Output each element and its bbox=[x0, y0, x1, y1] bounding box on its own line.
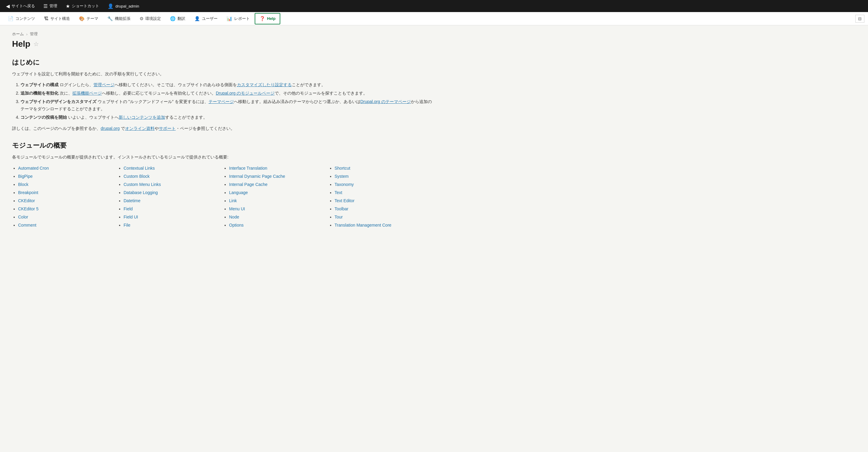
menu-icon: ☰ bbox=[43, 3, 48, 9]
module-menu-ui-link[interactable]: Menu UI bbox=[229, 206, 245, 211]
back-icon: ◀ bbox=[6, 3, 10, 9]
list-item: Automated Cron bbox=[18, 165, 112, 171]
module-ckeditor-link[interactable]: CKEditor bbox=[18, 198, 35, 203]
list-item: Datetime bbox=[124, 198, 217, 204]
module-text-link[interactable]: Text bbox=[335, 190, 342, 195]
module-custom-menu-links-link[interactable]: Custom Menu Links bbox=[124, 182, 161, 187]
nav-site-structure[interactable]: 🏗 サイト構造 bbox=[40, 13, 74, 24]
customize-link[interactable]: カスタマイズしたり設定する bbox=[237, 82, 292, 87]
online-resources-link[interactable]: オンライン資料 bbox=[125, 126, 155, 131]
list-item: Tour bbox=[335, 214, 428, 220]
nav-toggle-button[interactable]: ⊟ bbox=[855, 15, 864, 23]
support-link[interactable]: サポート bbox=[159, 126, 176, 131]
step-4: コンテンツの投稿を開始 いよいよ、ウェブサイトへ新しいコンテンツを追加することが… bbox=[21, 114, 434, 121]
module-color-link[interactable]: Color bbox=[18, 215, 28, 219]
steps-list: ウェブサイトの構成 ログインしたら、管理ページへ移動してください。そこでは、ウェ… bbox=[12, 82, 434, 121]
nav-users[interactable]: 👤 ユーザー bbox=[190, 13, 222, 24]
shortcut-link[interactable]: ★ ショートカット bbox=[62, 1, 103, 11]
main-content: ホーム › 管理 Help ☆ はじめに ウェブサイトを設定して利用を開始するた… bbox=[0, 25, 868, 452]
module-breakpoint-link[interactable]: Breakpoint bbox=[18, 190, 38, 195]
nav-reports[interactable]: 📊 レポート bbox=[222, 13, 254, 24]
drupal-themes-link[interactable]: Drupal.org のテーマページ bbox=[361, 99, 411, 104]
drupal-modules-link[interactable]: Drupal.org のモジュールページ bbox=[216, 91, 275, 96]
module-text-editor-link[interactable]: Text Editor bbox=[335, 198, 354, 203]
star-icon: ★ bbox=[66, 3, 70, 9]
translate-icon: 🌐 bbox=[170, 16, 176, 22]
list-item: Interface Translation bbox=[229, 165, 322, 171]
list-item: System bbox=[335, 173, 428, 180]
nav-help[interactable]: ❓ Help bbox=[255, 13, 280, 24]
list-item: Node bbox=[229, 214, 322, 220]
footnote: 詳しくは、このページのヘルプを参照するか、drupal.org でオンライン資料… bbox=[12, 125, 434, 132]
extend-page-link[interactable]: 拡張機能ページ bbox=[72, 91, 102, 96]
module-ckeditor5-link[interactable]: CKEditor 5 bbox=[18, 206, 38, 211]
drupal-org-link[interactable]: drupal.org bbox=[101, 126, 120, 131]
list-item: Color bbox=[18, 214, 112, 220]
nav-theme[interactable]: 🎨 テーマ bbox=[75, 13, 102, 24]
module-interface-translation-link[interactable]: Interface Translation bbox=[229, 166, 267, 170]
module-field-ui-link[interactable]: Field UI bbox=[124, 215, 138, 219]
list-item: Menu UI bbox=[229, 206, 322, 212]
list-item: File bbox=[124, 222, 217, 228]
page-title-row: Help ☆ bbox=[12, 39, 856, 49]
module-contextual-links-link[interactable]: Contextual Links bbox=[124, 166, 155, 170]
content-section: はじめに ウェブサイトを設定して利用を開始するために、次の手順を実行してください… bbox=[12, 58, 434, 230]
module-translation-management-core-link[interactable]: Translation Management Core bbox=[335, 223, 392, 227]
nav-content[interactable]: 📄 コンテンツ bbox=[4, 13, 39, 24]
module-column-3: Interface Translation Internal Dynamic P… bbox=[223, 165, 329, 230]
module-language-link[interactable]: Language bbox=[229, 190, 248, 195]
admin-toolbar: ◀ サイトへ戻る ☰ 管理 ★ ショートカット 👤 drupal_admin bbox=[0, 0, 868, 12]
module-column-1: Automated Cron BigPipe Block Breakpoint … bbox=[12, 165, 118, 230]
module-datetime-link[interactable]: Datetime bbox=[124, 198, 141, 203]
module-taxonomy-link[interactable]: Taxonomy bbox=[335, 182, 354, 187]
list-item: Link bbox=[229, 198, 322, 204]
nav-config[interactable]: ⚙ 環境設定 bbox=[135, 13, 165, 24]
module-link-link[interactable]: Link bbox=[229, 198, 237, 203]
module-toolbar-link[interactable]: Toolbar bbox=[335, 206, 348, 211]
step-2: 追加の機能を有効化 次に、拡張機能ページへ移動し、必要に応じてモジュールを有効化… bbox=[21, 90, 434, 97]
module-shortcut-link[interactable]: Shortcut bbox=[335, 166, 350, 170]
list-item: Toolbar bbox=[335, 206, 428, 212]
module-comment-link[interactable]: Comment bbox=[18, 223, 36, 227]
list-item: CKEditor 5 bbox=[18, 206, 112, 212]
module-internal-page-cache-link[interactable]: Internal Page Cache bbox=[229, 182, 268, 187]
module-block-link[interactable]: Block bbox=[18, 182, 28, 187]
page-title: Help bbox=[12, 39, 30, 49]
nav-translate[interactable]: 🌐 翻訳 bbox=[166, 13, 190, 24]
breadcrumb-home[interactable]: ホーム bbox=[12, 31, 24, 37]
manage-link[interactable]: ☰ 管理 bbox=[40, 1, 61, 11]
module-database-logging-link[interactable]: Database Logging bbox=[124, 190, 158, 195]
module-column-2: Contextual Links Custom Block Custom Men… bbox=[118, 165, 223, 230]
extend-icon: 🔧 bbox=[107, 16, 113, 22]
module-field-link[interactable]: Field bbox=[124, 206, 133, 211]
nav-extend[interactable]: 🔧 機能拡張 bbox=[103, 13, 135, 24]
step-1: ウェブサイトの構成 ログインしたら、管理ページへ移動してください。そこでは、ウェ… bbox=[21, 82, 434, 89]
module-custom-block-link[interactable]: Custom Block bbox=[124, 174, 150, 179]
list-item: Custom Block bbox=[124, 173, 217, 180]
list-item: Language bbox=[229, 190, 322, 196]
list-item: Options bbox=[229, 222, 322, 228]
module-file-link[interactable]: File bbox=[124, 223, 130, 227]
list-item: Taxonomy bbox=[335, 182, 428, 188]
content-icon: 📄 bbox=[8, 16, 13, 22]
module-tour-link[interactable]: Tour bbox=[335, 215, 343, 219]
module-internal-dynamic-page-cache-link[interactable]: Internal Dynamic Page Cache bbox=[229, 174, 285, 179]
list-item: CKEditor bbox=[18, 198, 112, 204]
user-link[interactable]: 👤 drupal_admin bbox=[104, 1, 143, 11]
users-icon: 👤 bbox=[194, 16, 200, 22]
admin-page-link[interactable]: 管理ページ bbox=[93, 82, 115, 87]
back-to-site[interactable]: ◀ サイトへ戻る bbox=[2, 1, 38, 11]
module-system-link[interactable]: System bbox=[335, 174, 349, 179]
module-options-link[interactable]: Options bbox=[229, 223, 244, 227]
theme-page-link[interactable]: テーマページ bbox=[209, 99, 234, 104]
module-node-link[interactable]: Node bbox=[229, 215, 239, 219]
intro-text: ウェブサイトを設定して利用を開始するために、次の手順を実行してください。 bbox=[12, 70, 434, 77]
list-item: Contextual Links bbox=[124, 165, 217, 171]
bookmark-star-icon[interactable]: ☆ bbox=[33, 40, 39, 47]
step-3: ウェブサイトのデザインをカスタマイズ ウェブサイトの "ルックアンドフィール" … bbox=[21, 98, 434, 113]
module-bigpipe-link[interactable]: BigPipe bbox=[18, 174, 33, 179]
breadcrumb-current: 管理 bbox=[30, 31, 38, 37]
module-automated-cron-link[interactable]: Automated Cron bbox=[18, 166, 49, 170]
add-content-link[interactable]: 新しいコンテンツを追加 bbox=[119, 115, 165, 120]
modules-section-heading: モジュールの概要 bbox=[12, 141, 434, 150]
